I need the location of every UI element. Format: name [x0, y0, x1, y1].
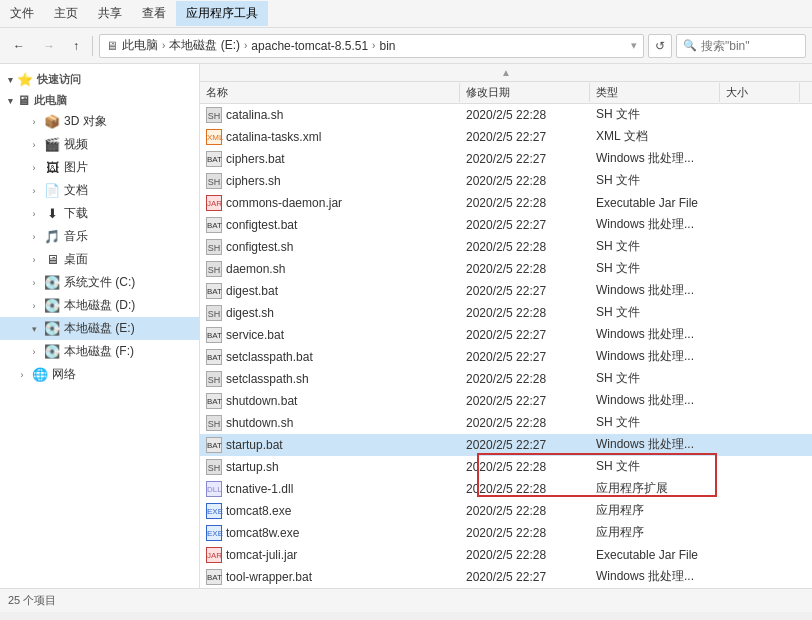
file-icon: SH: [206, 371, 222, 387]
back-button[interactable]: ←: [6, 35, 32, 57]
path-segment-edrive[interactable]: 本地磁盘 (E:): [169, 37, 240, 54]
file-name-cell: EXE tomcat8w.exe: [200, 523, 460, 543]
forward-button[interactable]: →: [36, 35, 62, 57]
table-row[interactable]: JAR tomcat-juli.jar 2020/2/5 22:28 Execu…: [200, 544, 812, 566]
item-downloads-label: 下载: [64, 205, 191, 222]
table-row[interactable]: EXE tomcat8.exe 2020/2/5 22:28 应用程序: [200, 500, 812, 522]
file-type-cell: Executable Jar File: [590, 194, 720, 212]
file-type-cell: SH 文件: [590, 170, 720, 191]
table-row[interactable]: SH startup.sh 2020/2/5 22:28 SH 文件: [200, 456, 812, 478]
file-list: ▲ 名称 修改日期 类型 大小 SH catalina.sh 2020/2/5 …: [200, 64, 812, 588]
path-segment-bin[interactable]: bin: [379, 39, 395, 53]
file-icon: SH: [206, 459, 222, 475]
sidebar-item-ddrive[interactable]: › 💽 本地磁盘 (D:): [0, 294, 199, 317]
menu-view[interactable]: 查看: [132, 1, 176, 26]
menu-tools[interactable]: 应用程序工具: [176, 1, 268, 26]
sidebar-item-fdrive[interactable]: › 💽 本地磁盘 (F:): [0, 340, 199, 363]
file-name: shutdown.bat: [226, 394, 297, 408]
sidebar-item-pictures[interactable]: › 🖼 图片: [0, 156, 199, 179]
item-ddrive-label: 本地磁盘 (D:): [64, 297, 191, 314]
file-date-cell: 2020/2/5 22:28: [460, 458, 590, 476]
refresh-button[interactable]: ↺: [648, 34, 672, 58]
table-row[interactable]: DLL tcnative-1.dll 2020/2/5 22:28 应用程序扩展: [200, 478, 812, 500]
sidebar-item-desktop[interactable]: › 🖥 桌面: [0, 248, 199, 271]
search-box[interactable]: 🔍: [676, 34, 806, 58]
file-icon: BAT: [206, 349, 222, 365]
table-row[interactable]: BAT startup.bat 2020/2/5 22:27 Windows 批…: [200, 434, 812, 456]
file-date-cell: 2020/2/5 22:27: [460, 150, 590, 168]
file-icon: EXE: [206, 503, 222, 519]
sidebar-quickaccess-header[interactable]: ▾ ⭐ 快速访问: [0, 68, 199, 89]
table-row[interactable]: BAT service.bat 2020/2/5 22:27 Windows 批…: [200, 324, 812, 346]
sidebar-item-downloads[interactable]: › ⬇ 下载: [0, 202, 199, 225]
item-fdrive-label: 本地磁盘 (F:): [64, 343, 191, 360]
address-path[interactable]: 🖥 此电脑 › 本地磁盘 (E:) › apache-tomcat-8.5.51…: [99, 34, 644, 58]
menu-share[interactable]: 共享: [88, 1, 132, 26]
sidebar-item-network[interactable]: › 🌐 网络: [0, 363, 199, 386]
file-name-cell: SH configtest.sh: [200, 237, 460, 257]
table-row[interactable]: BAT shutdown.bat 2020/2/5 22:27 Windows …: [200, 390, 812, 412]
file-size-cell: [720, 333, 800, 337]
table-row[interactable]: SH daemon.sh 2020/2/5 22:28 SH 文件: [200, 258, 812, 280]
menu-file[interactable]: 文件: [0, 1, 44, 26]
table-row[interactable]: SH catalina.sh 2020/2/5 22:28 SH 文件: [200, 104, 812, 126]
table-row[interactable]: BAT ciphers.bat 2020/2/5 22:27 Windows 批…: [200, 148, 812, 170]
col-header-size[interactable]: 大小: [720, 83, 800, 102]
sidebar-thispc-header[interactable]: ▾ 🖥 此电脑: [0, 89, 199, 110]
sidebar-item-edrive[interactable]: ▾ 💽 本地磁盘 (E:): [0, 317, 199, 340]
table-row[interactable]: SH ciphers.sh 2020/2/5 22:28 SH 文件: [200, 170, 812, 192]
file-date-cell: 2020/2/5 22:27: [460, 216, 590, 234]
menu-home[interactable]: 主页: [44, 1, 88, 26]
col-header-type[interactable]: 类型: [590, 83, 720, 102]
col-header-name[interactable]: 名称: [200, 83, 460, 102]
file-name: configtest.sh: [226, 240, 293, 254]
table-row[interactable]: JAR commons-daemon.jar 2020/2/5 22:28 Ex…: [200, 192, 812, 214]
file-date-cell: 2020/2/5 22:27: [460, 128, 590, 146]
file-name-cell: SH shutdown.sh: [200, 413, 460, 433]
sidebar-item-video[interactable]: › 🎬 视频: [0, 133, 199, 156]
path-segment-thispc[interactable]: 此电脑: [122, 37, 158, 54]
table-row[interactable]: BAT digest.bat 2020/2/5 22:27 Windows 批处…: [200, 280, 812, 302]
toolbar-separator: [92, 36, 93, 56]
file-name-cell: SH catalina.sh: [200, 105, 460, 125]
sidebar-item-3d[interactable]: › 📦 3D 对象: [0, 110, 199, 133]
table-row[interactable]: SH digest.sh 2020/2/5 22:28 SH 文件: [200, 302, 812, 324]
file-name: ciphers.bat: [226, 152, 285, 166]
up-button[interactable]: ↑: [66, 35, 86, 57]
address-dropdown-icon[interactable]: ▾: [631, 39, 637, 52]
file-size-cell: [720, 223, 800, 227]
path-segment-tomcat[interactable]: apache-tomcat-8.5.51: [251, 39, 368, 53]
table-row[interactable]: SH shutdown.sh 2020/2/5 22:28 SH 文件: [200, 412, 812, 434]
sidebar-item-docs[interactable]: › 📄 文档: [0, 179, 199, 202]
table-row[interactable]: BAT tool-wrapper.bat 2020/2/5 22:27 Wind…: [200, 566, 812, 588]
file-name: startup.sh: [226, 460, 279, 474]
file-type-cell: 应用程序扩展: [590, 478, 720, 499]
file-name: shutdown.sh: [226, 416, 293, 430]
table-row[interactable]: SH configtest.sh 2020/2/5 22:28 SH 文件: [200, 236, 812, 258]
3d-icon: 📦: [44, 114, 60, 130]
sidebar-item-music[interactable]: › 🎵 音乐: [0, 225, 199, 248]
fdrive-icon: 💽: [44, 344, 60, 360]
col-header-date[interactable]: 修改日期: [460, 83, 590, 102]
item-music-expander: ›: [28, 232, 40, 242]
file-date-cell: 2020/2/5 22:28: [460, 172, 590, 190]
sidebar-item-cdrive[interactable]: › 💽 系统文件 (C:): [0, 271, 199, 294]
file-type-cell: Windows 批处理...: [590, 390, 720, 411]
sort-indicator[interactable]: ▲: [200, 64, 812, 82]
file-icon: SH: [206, 107, 222, 123]
item-cdrive-expander: ›: [28, 278, 40, 288]
table-row[interactable]: SH setclasspath.sh 2020/2/5 22:28 SH 文件: [200, 368, 812, 390]
search-input[interactable]: [701, 39, 799, 53]
item-edrive-expander: ▾: [28, 324, 40, 334]
item-music-label: 音乐: [64, 228, 191, 245]
file-icon: XML: [206, 129, 222, 145]
item-network-label: 网络: [52, 366, 191, 383]
file-name: setclasspath.sh: [226, 372, 309, 386]
file-date-cell: 2020/2/5 22:28: [460, 414, 590, 432]
table-row[interactable]: XML catalina-tasks.xml 2020/2/5 22:27 XM…: [200, 126, 812, 148]
path-arrow-3: ›: [372, 40, 375, 51]
table-row[interactable]: BAT setclasspath.bat 2020/2/5 22:27 Wind…: [200, 346, 812, 368]
file-size-cell: [720, 355, 800, 359]
table-row[interactable]: EXE tomcat8w.exe 2020/2/5 22:28 应用程序: [200, 522, 812, 544]
table-row[interactable]: BAT configtest.bat 2020/2/5 22:27 Window…: [200, 214, 812, 236]
